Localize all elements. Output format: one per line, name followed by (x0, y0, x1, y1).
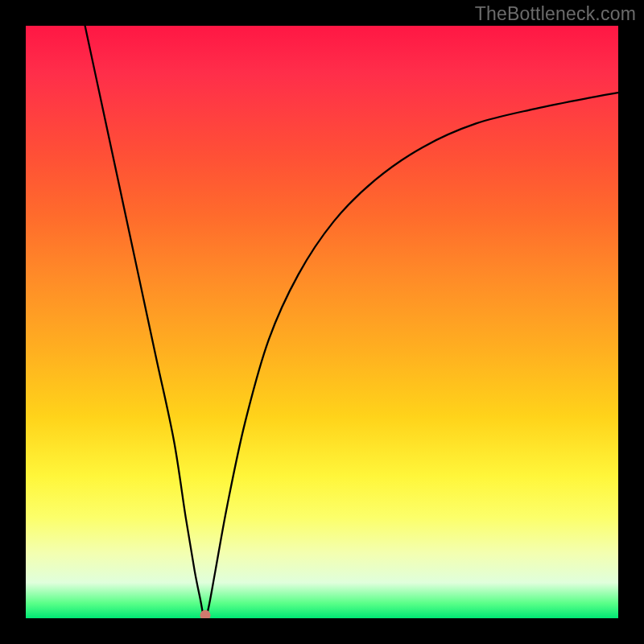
plot-area (26, 26, 618, 618)
bottleneck-curve (85, 26, 618, 617)
chart-frame: TheBottleneck.com (0, 0, 644, 644)
curve-svg (26, 26, 618, 618)
watermark-text: TheBottleneck.com (475, 3, 636, 25)
